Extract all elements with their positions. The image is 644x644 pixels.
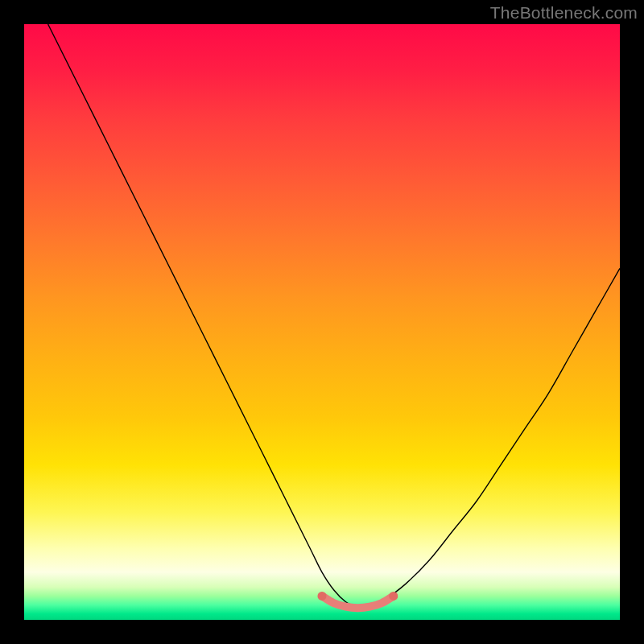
floor-marker-layer	[318, 592, 398, 608]
series-optimal-floor-marker	[322, 596, 394, 608]
chart-frame: TheBottleneck.com	[0, 0, 644, 644]
chart-svg	[24, 24, 620, 620]
watermark-text: TheBottleneck.com	[490, 3, 638, 23]
floor-marker-dot-0	[318, 592, 327, 601]
chart-plot-area	[24, 24, 620, 620]
floor-marker-dot-1	[389, 592, 398, 601]
series-bottleneck-curve	[48, 24, 620, 609]
curve-layer	[48, 24, 620, 609]
